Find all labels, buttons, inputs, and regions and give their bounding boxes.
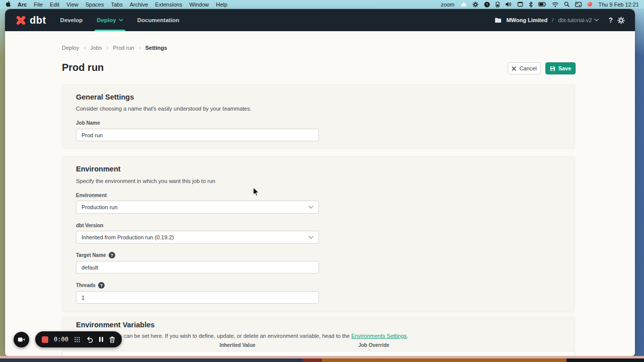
inherited-value-column-header: Inherited Value — [219, 342, 255, 348]
dock-strip — [0, 358, 644, 362]
desktop: Arc File Edit View Spaces Tabs Archive E… — [0, 0, 644, 362]
target-name-help-icon[interactable]: ? — [109, 252, 115, 258]
nav-develop[interactable]: Develop — [60, 9, 83, 31]
help-button[interactable]: ? — [608, 16, 613, 24]
job-name-label: Job Name — [76, 120, 100, 126]
undo-restart-icon[interactable] — [86, 336, 93, 343]
environment-variables-title: Environment Variables — [76, 321, 154, 329]
mouse-cursor — [253, 187, 260, 199]
browser-window: dbt Develop Deploy Documentation MWong L… — [5, 9, 635, 356]
job-override-column-header: Job Override — [358, 342, 389, 348]
clock-status-icon[interactable] — [484, 2, 490, 8]
menu-spaces[interactable]: Spaces — [86, 2, 104, 8]
menu-extensions[interactable]: Extensions — [155, 2, 182, 8]
control-center-icon[interactable] — [575, 2, 582, 7]
calendar-icon[interactable] — [517, 2, 523, 7]
battery-vertical-icon[interactable] — [496, 2, 500, 8]
pause-icon[interactable] — [99, 336, 104, 342]
page-title: Prod run — [62, 62, 104, 73]
menu-tabs[interactable]: Tabs — [111, 2, 122, 8]
threads-input[interactable] — [76, 291, 319, 304]
environment-select[interactable]: Production run — [76, 201, 319, 214]
gear-icon — [617, 17, 625, 24]
macos-menubar: Arc File Edit View Spaces Tabs Archive E… — [0, 0, 644, 9]
chevron-down-icon — [308, 236, 313, 239]
environments-settings-link[interactable]: Environments Settings — [351, 333, 407, 339]
breadcrumb-settings: Settings — [145, 45, 167, 51]
cloud-icon[interactable] — [460, 2, 467, 7]
chevron-down-icon — [308, 206, 313, 209]
project-selector[interactable]: dbt-tutorial-v2 — [558, 17, 599, 23]
dbt-version-label: dbt Version — [76, 223, 103, 228]
dbt-version-select[interactable]: Inherited from Production run (0.19.2) — [76, 231, 319, 244]
menu-view[interactable]: View — [66, 2, 78, 8]
close-icon — [512, 66, 516, 71]
dbt-logo[interactable]: dbt — [15, 15, 46, 26]
recording-timer: 0:00 — [54, 336, 68, 343]
save-button[interactable]: Save — [545, 62, 576, 74]
recording-toolbar: 0:00 — [35, 331, 122, 347]
table-row — [63, 351, 574, 356]
dbt-logo-text: dbt — [30, 15, 46, 26]
trash-icon[interactable] — [109, 336, 115, 343]
nav-deploy[interactable]: Deploy — [97, 9, 123, 31]
account-separator: / — [552, 17, 553, 23]
general-settings-title: General Settings — [76, 93, 134, 101]
wifi-icon[interactable] — [552, 2, 558, 7]
cancel-button[interactable]: Cancel — [508, 62, 541, 74]
folder-icon — [495, 18, 502, 23]
menu-window[interactable]: Window — [189, 2, 209, 8]
battery-icon[interactable] — [538, 2, 546, 7]
breadcrumb: Deploy › Jobs › Prod run › Settings — [62, 44, 167, 51]
threads-label: Threads ? — [76, 282, 105, 289]
stop-recording-button[interactable] — [42, 336, 48, 343]
chevron-down-icon — [594, 19, 599, 22]
general-settings-description: Consider choosing a name that's easily u… — [76, 106, 252, 112]
zoom-menu-item[interactable]: zoom — [441, 2, 454, 8]
spotlight-search-icon[interactable] — [564, 2, 570, 7]
dbt-logo-icon — [15, 15, 27, 26]
save-floppy-icon — [550, 66, 555, 71]
drag-handle-dots-icon[interactable] — [74, 336, 80, 343]
camera-button[interactable] — [14, 332, 29, 347]
menu-edit[interactable]: Edit — [50, 2, 59, 8]
job-name-input[interactable] — [76, 129, 319, 141]
breadcrumb-separator: › — [84, 44, 86, 51]
breadcrumb-deploy[interactable]: Deploy — [62, 45, 79, 51]
menubar-clock[interactable]: Thu 9 Feb 12:21 — [598, 2, 639, 8]
bluetooth-icon[interactable] — [529, 2, 533, 8]
recording-dot-icon[interactable] — [587, 2, 593, 7]
menu-file[interactable]: File — [34, 2, 43, 8]
environment-variables-description: Job level overrides can be set here. If … — [76, 333, 561, 339]
chevron-down-icon — [119, 19, 123, 22]
dbt-app-header: dbt Develop Deploy Documentation MWong L… — [5, 9, 635, 31]
main-nav: Develop Deploy Documentation — [60, 9, 180, 31]
environment-card: Environment Specify the environment in w… — [62, 156, 575, 312]
menu-help[interactable]: Help — [216, 2, 227, 8]
target-name-label: Target Name ? — [76, 252, 115, 258]
breadcrumb-jobs[interactable]: Jobs — [90, 45, 102, 51]
account-name[interactable]: MWong Limited — [506, 17, 547, 23]
apple-icon[interactable] — [5, 1, 11, 8]
general-settings-card: General Settings Consider choosing a nam… — [62, 84, 575, 149]
gear-status-icon[interactable] — [472, 2, 478, 8]
environment-select-label: Environment — [76, 193, 107, 198]
target-name-input[interactable] — [76, 261, 319, 274]
volume-icon[interactable] — [505, 2, 512, 7]
threads-help-icon[interactable]: ? — [98, 282, 105, 289]
breadcrumb-prod-run[interactable]: Prod run — [113, 45, 134, 51]
environment-description: Specify the environment in which you wan… — [76, 178, 215, 184]
breadcrumb-separator: › — [107, 44, 109, 51]
environment-variables-card: Environment Variables Job level override… — [62, 317, 575, 356]
menu-archive[interactable]: Archive — [130, 2, 148, 8]
breadcrumb-separator: › — [139, 44, 141, 51]
settings-gear-button[interactable] — [617, 17, 625, 24]
video-camera-icon — [18, 336, 25, 343]
environment-title: Environment — [76, 165, 121, 173]
nav-documentation[interactable]: Documentation — [137, 9, 180, 31]
menubar-app-name[interactable]: Arc — [18, 2, 27, 8]
